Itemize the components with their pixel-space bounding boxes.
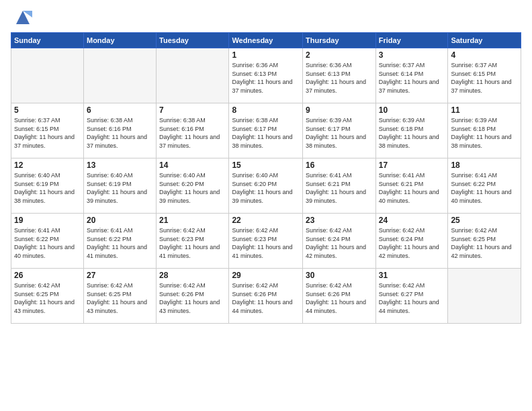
day-number: 24	[379, 216, 445, 225]
calendar-cell: 24Sunrise: 6:42 AM Sunset: 6:24 PM Dayli…	[375, 214, 448, 269]
day-number: 17	[379, 161, 445, 170]
day-info: Sunrise: 6:40 AM Sunset: 6:20 PM Dayligh…	[159, 171, 226, 205]
day-number: 26	[14, 271, 81, 280]
day-info: Sunrise: 6:42 AM Sunset: 6:24 PM Dayligh…	[379, 226, 445, 260]
day-info: Sunrise: 6:41 AM Sunset: 6:22 PM Dayligh…	[451, 171, 518, 205]
calendar-cell: 6Sunrise: 6:38 AM Sunset: 6:16 PM Daylig…	[83, 103, 156, 158]
day-info: Sunrise: 6:38 AM Sunset: 6:17 PM Dayligh…	[232, 116, 300, 150]
day-number: 13	[87, 161, 153, 170]
calendar-cell	[11, 48, 84, 103]
day-info: Sunrise: 6:42 AM Sunset: 6:27 PM Dayligh…	[379, 281, 445, 315]
day-number: 7	[159, 105, 226, 115]
day-info: Sunrise: 6:42 AM Sunset: 6:25 PM Dayligh…	[14, 281, 81, 315]
calendar-cell: 29Sunrise: 6:42 AM Sunset: 6:26 PM Dayli…	[229, 269, 303, 324]
day-number: 18	[451, 161, 518, 170]
day-info: Sunrise: 6:38 AM Sunset: 6:16 PM Dayligh…	[87, 116, 153, 150]
day-number: 10	[379, 105, 445, 115]
calendar-cell	[448, 269, 521, 324]
day-number: 25	[451, 216, 518, 225]
day-header-friday: Friday	[375, 33, 448, 48]
calendar-cell: 28Sunrise: 6:42 AM Sunset: 6:26 PM Dayli…	[157, 269, 229, 324]
day-info: Sunrise: 6:42 AM Sunset: 6:25 PM Dayligh…	[451, 226, 518, 260]
calendar-cell: 3Sunrise: 6:37 AM Sunset: 6:14 PM Daylig…	[375, 48, 448, 103]
day-number: 29	[232, 271, 300, 280]
week-row-4: 19Sunrise: 6:41 AM Sunset: 6:22 PM Dayli…	[11, 214, 521, 269]
day-number: 11	[451, 105, 518, 115]
day-number: 1	[232, 50, 300, 60]
calendar-cell: 30Sunrise: 6:42 AM Sunset: 6:26 PM Dayli…	[303, 269, 376, 324]
day-info: Sunrise: 6:42 AM Sunset: 6:24 PM Dayligh…	[306, 226, 373, 260]
day-number: 22	[232, 216, 300, 225]
week-row-1: 1Sunrise: 6:36 AM Sunset: 6:13 PM Daylig…	[11, 48, 521, 103]
day-info: Sunrise: 6:39 AM Sunset: 6:17 PM Dayligh…	[306, 116, 373, 150]
day-info: Sunrise: 6:42 AM Sunset: 6:26 PM Dayligh…	[159, 281, 226, 315]
day-number: 19	[14, 216, 81, 225]
calendar-cell	[157, 48, 229, 103]
day-info: Sunrise: 6:36 AM Sunset: 6:13 PM Dayligh…	[232, 61, 300, 95]
day-header-sunday: Sunday	[11, 33, 84, 48]
calendar-cell: 1Sunrise: 6:36 AM Sunset: 6:13 PM Daylig…	[229, 48, 303, 103]
day-number: 5	[14, 105, 81, 115]
day-number: 12	[14, 161, 81, 170]
day-info: Sunrise: 6:36 AM Sunset: 6:13 PM Dayligh…	[306, 61, 373, 95]
day-number: 27	[87, 271, 153, 280]
calendar-cell: 31Sunrise: 6:42 AM Sunset: 6:27 PM Dayli…	[375, 269, 448, 324]
day-header-wednesday: Wednesday	[229, 33, 303, 48]
day-number: 3	[379, 50, 445, 60]
day-info: Sunrise: 6:41 AM Sunset: 6:21 PM Dayligh…	[306, 171, 373, 205]
calendar-cell: 10Sunrise: 6:39 AM Sunset: 6:18 PM Dayli…	[375, 103, 448, 158]
week-row-5: 26Sunrise: 6:42 AM Sunset: 6:25 PM Dayli…	[11, 269, 521, 324]
logo	[11, 8, 32, 27]
calendar-cell: 7Sunrise: 6:38 AM Sunset: 6:16 PM Daylig…	[157, 103, 229, 158]
page: SundayMondayTuesdayWednesdayThursdayFrid…	[0, 0, 532, 411]
calendar-cell: 17Sunrise: 6:41 AM Sunset: 6:21 PM Dayli…	[375, 158, 448, 214]
day-info: Sunrise: 6:39 AM Sunset: 6:18 PM Dayligh…	[379, 116, 445, 150]
calendar-cell: 20Sunrise: 6:41 AM Sunset: 6:22 PM Dayli…	[83, 214, 156, 269]
day-number: 14	[159, 161, 226, 170]
header	[11, 8, 521, 27]
day-info: Sunrise: 6:42 AM Sunset: 6:26 PM Dayligh…	[232, 281, 300, 315]
day-number: 16	[306, 161, 373, 170]
day-number: 9	[306, 105, 373, 115]
calendar-cell: 16Sunrise: 6:41 AM Sunset: 6:21 PM Dayli…	[303, 158, 376, 214]
calendar-cell: 25Sunrise: 6:42 AM Sunset: 6:25 PM Dayli…	[448, 214, 521, 269]
logo-icon	[13, 8, 32, 27]
day-header-saturday: Saturday	[448, 33, 521, 48]
day-info: Sunrise: 6:38 AM Sunset: 6:16 PM Dayligh…	[159, 116, 226, 150]
day-number: 21	[159, 216, 226, 225]
calendar-cell: 12Sunrise: 6:40 AM Sunset: 6:19 PM Dayli…	[11, 158, 84, 214]
day-info: Sunrise: 6:37 AM Sunset: 6:14 PM Dayligh…	[379, 61, 445, 95]
calendar-cell: 23Sunrise: 6:42 AM Sunset: 6:24 PM Dayli…	[303, 214, 376, 269]
day-info: Sunrise: 6:42 AM Sunset: 6:26 PM Dayligh…	[306, 281, 373, 315]
calendar-cell: 8Sunrise: 6:38 AM Sunset: 6:17 PM Daylig…	[229, 103, 303, 158]
day-number: 30	[306, 271, 373, 280]
day-info: Sunrise: 6:42 AM Sunset: 6:23 PM Dayligh…	[159, 226, 226, 260]
day-header-tuesday: Tuesday	[157, 33, 229, 48]
calendar-cell: 21Sunrise: 6:42 AM Sunset: 6:23 PM Dayli…	[157, 214, 229, 269]
calendar-cell: 5Sunrise: 6:37 AM Sunset: 6:15 PM Daylig…	[11, 103, 84, 158]
day-info: Sunrise: 6:39 AM Sunset: 6:18 PM Dayligh…	[451, 116, 518, 150]
day-info: Sunrise: 6:42 AM Sunset: 6:25 PM Dayligh…	[87, 281, 153, 315]
calendar-cell	[83, 48, 156, 103]
calendar-cell: 26Sunrise: 6:42 AM Sunset: 6:25 PM Dayli…	[11, 269, 84, 324]
calendar-cell: 11Sunrise: 6:39 AM Sunset: 6:18 PM Dayli…	[448, 103, 521, 158]
days-header-row: SundayMondayTuesdayWednesdayThursdayFrid…	[11, 33, 521, 48]
day-info: Sunrise: 6:37 AM Sunset: 6:15 PM Dayligh…	[451, 61, 518, 95]
day-info: Sunrise: 6:40 AM Sunset: 6:20 PM Dayligh…	[232, 171, 300, 205]
day-number: 4	[451, 50, 518, 60]
day-header-thursday: Thursday	[303, 33, 376, 48]
day-info: Sunrise: 6:42 AM Sunset: 6:23 PM Dayligh…	[232, 226, 300, 260]
week-row-2: 5Sunrise: 6:37 AM Sunset: 6:15 PM Daylig…	[11, 103, 521, 158]
day-number: 20	[87, 216, 153, 225]
calendar-cell: 13Sunrise: 6:40 AM Sunset: 6:19 PM Dayli…	[83, 158, 156, 214]
day-number: 8	[232, 105, 300, 115]
day-number: 31	[379, 271, 445, 280]
calendar-cell: 19Sunrise: 6:41 AM Sunset: 6:22 PM Dayli…	[11, 214, 84, 269]
calendar-cell: 9Sunrise: 6:39 AM Sunset: 6:17 PM Daylig…	[303, 103, 376, 158]
day-info: Sunrise: 6:41 AM Sunset: 6:21 PM Dayligh…	[379, 171, 445, 205]
calendar-cell: 22Sunrise: 6:42 AM Sunset: 6:23 PM Dayli…	[229, 214, 303, 269]
day-number: 23	[306, 216, 373, 225]
calendar-cell: 14Sunrise: 6:40 AM Sunset: 6:20 PM Dayli…	[157, 158, 229, 214]
day-info: Sunrise: 6:41 AM Sunset: 6:22 PM Dayligh…	[87, 226, 153, 260]
calendar-cell: 4Sunrise: 6:37 AM Sunset: 6:15 PM Daylig…	[448, 48, 521, 103]
